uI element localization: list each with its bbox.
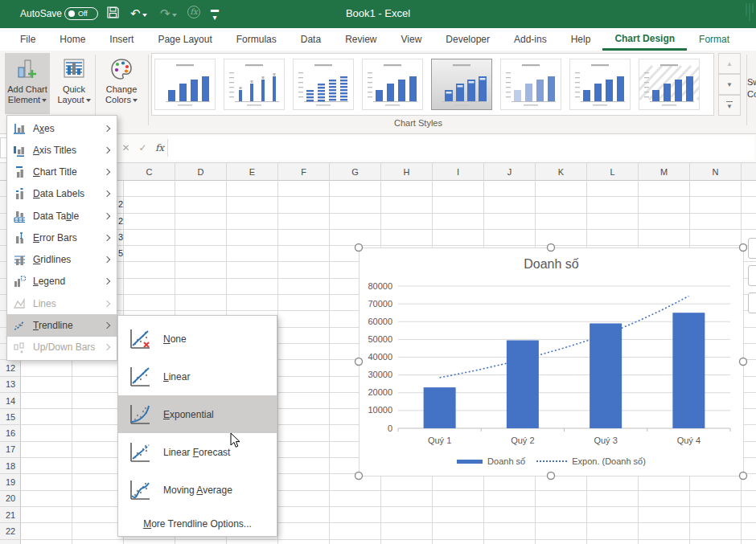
legend-icon [12,275,27,288]
tab-view[interactable]: View [389,28,434,51]
trendline-option-linear-forecast[interactable]: Linear Forecast [118,433,277,471]
menu-item-error-bars[interactable]: Error Bars [7,227,117,248]
row-header-12[interactable]: 12 [0,360,21,376]
menu-item-lines: Lines [7,292,117,314]
formula-input[interactable] [168,136,754,160]
column-header-D[interactable]: D [175,163,227,181]
row-header-20[interactable]: 20 [0,491,21,507]
column-header-I[interactable]: I [433,163,484,181]
tab-file[interactable]: File [8,28,47,51]
menu-item-trendline[interactable]: Trendline [7,314,117,336]
enter-icon: ✓ [134,142,151,153]
tab-data[interactable]: Data [289,28,333,51]
svg-text:50000: 50000 [368,334,392,344]
menu-item-label: Legend [33,276,105,287]
quick-layout-button[interactable]: QuickLayout [51,53,97,114]
tab-review[interactable]: Review [333,28,388,51]
tab-help[interactable]: Help [559,28,603,51]
tab-format[interactable]: Format [687,28,742,51]
svg-text:80000: 80000 [368,281,392,291]
chart-style-thumbnail-6[interactable] [500,59,561,110]
column-header-J[interactable]: J [484,163,536,181]
svg-text:Quý 1: Quý 1 [428,436,451,445]
titlebar-decoration [745,0,756,28]
chart-style-thumbnail-1[interactable] [154,59,216,110]
chart-styles-button[interactable] [748,265,756,286]
gallery-more-icon[interactable]: ▼ [718,95,741,116]
tab-formulas[interactable]: Formulas [224,28,289,51]
row-header-16[interactable]: 16 [0,426,21,442]
menu-item-label: Data Labels [33,188,105,199]
change-colors-button[interactable]: ChangeColors [99,53,144,114]
switch-row-column-button[interactable]: SwitchColumn [747,76,756,100]
menu-item-data-table[interactable]: Data Table [7,205,117,227]
column-header-M[interactable]: M [639,163,690,181]
row-header-22[interactable]: 22 [0,523,21,539]
cell-data-fragment: 3 [118,232,123,242]
chart-style-thumbnail-7[interactable] [569,59,631,110]
chart-legend[interactable]: Doanh sốExpon. (Doanh số) [359,456,744,466]
menu-item-legend[interactable]: Legend [7,271,117,292]
column-header-L[interactable]: L [587,163,639,181]
menu-item-label: Up/Down Bars [33,342,105,353]
row-header-15[interactable]: 15 [0,409,21,425]
row-header-19[interactable]: 19 [0,474,21,490]
menu-item-gridlines[interactable]: Gridlines [7,249,117,271]
chart-styles-gallery [151,53,714,116]
more-trendline-options[interactable]: More Trendline Options... [118,513,277,534]
row-header-23[interactable]: 23 [0,540,21,544]
insert-function-icon[interactable]: fx [151,142,168,153]
gallery-scroll-down-icon[interactable]: ▼ [718,74,741,95]
column-header-H[interactable]: H [381,163,433,181]
row-header-14[interactable]: 14 [0,393,21,409]
row-header-13[interactable]: 13 [0,377,21,393]
chart-style-thumbnail-3[interactable] [293,59,354,110]
cell-data-fragment: 2 [118,199,123,209]
chart-style-thumbnail-5[interactable] [431,59,492,110]
submenu-chevron-icon [104,147,110,153]
tab-add-ins[interactable]: Add-ins [502,28,559,51]
row-header-18[interactable]: 18 [0,458,21,474]
trendline-linear-icon [128,365,152,389]
chart[interactable]: Doanh số 0100002000030000400005000060000… [359,247,744,477]
menu-item-data-labels[interactable]: Data Labels [7,183,117,205]
trendline-option-linear[interactable]: Linear [118,358,277,395]
trendline-option-moving-average[interactable]: Moving Average [118,471,277,509]
trendline-moving-average-icon [128,478,152,502]
submenu-chevron-icon [104,278,110,284]
tab-developer[interactable]: Developer [433,28,502,51]
change-colors-icon [109,56,134,82]
menu-item-label: Lines [33,298,105,309]
tab-insert[interactable]: Insert [97,28,146,51]
trendline-option-label: Moving Average [163,485,232,496]
trendline-option-label: Exponential [163,409,214,420]
chart-style-thumbnail-4[interactable] [362,59,423,110]
column-header-G[interactable]: G [330,163,381,181]
chart-style-thumbnail-2[interactable] [224,59,285,110]
tab-page-layout[interactable]: Page Layout [146,28,224,51]
menu-item-chart-title[interactable]: Chart Title [7,162,117,183]
column-header-E[interactable]: E [227,163,278,181]
quick-layout-icon [61,56,87,82]
row-header-17[interactable]: 17 [0,442,21,458]
column-header-N[interactable]: N [690,163,742,181]
column-header-C[interactable]: C [124,163,175,181]
chart-elements-button[interactable] [748,238,756,259]
menu-item-axes[interactable]: Axes [7,117,117,139]
chart-filters-button[interactable] [748,292,756,313]
row-header-21[interactable]: 21 [0,507,21,523]
column-header-F[interactable]: F [278,163,330,181]
menu-item-axis-titles[interactable]: Axis Titles [7,139,117,161]
submenu-chevron-icon [104,212,110,219]
tab-home[interactable]: Home [47,28,97,51]
menu-item-label: Axes [33,123,105,134]
trendline-option-none[interactable]: None [118,320,277,358]
dropdown-caret-icon [42,99,47,102]
data-labels-icon [12,187,27,200]
column-header-K[interactable]: K [536,163,587,181]
add-chart-element-button[interactable]: Add ChartElement [5,53,50,114]
chart-style-thumbnail-8[interactable] [639,59,700,110]
trendline-option-exponential[interactable]: Exponential [118,395,277,433]
tab-chart-design[interactable]: Chart Design [602,28,687,51]
menu-item-label: Axis Titles [33,145,105,156]
